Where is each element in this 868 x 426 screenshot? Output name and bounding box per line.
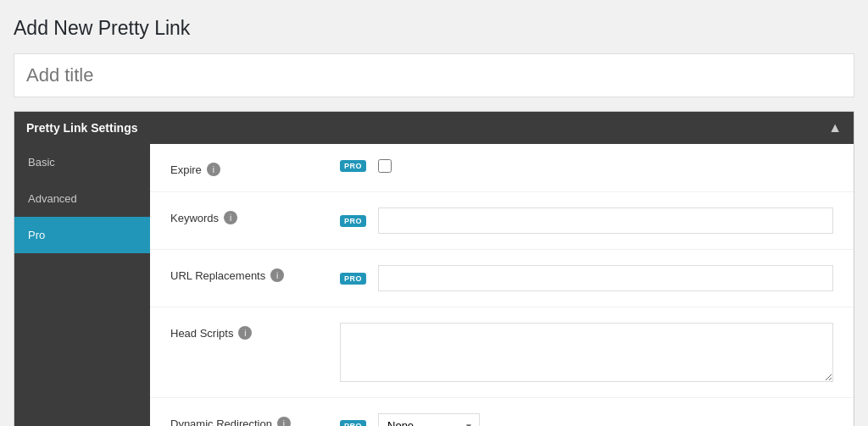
sidebar-item-advanced[interactable]: Advanced (14, 180, 150, 217)
title-input-wrapper (14, 53, 854, 97)
head-scripts-row: Head Scripts i (150, 307, 854, 398)
expire-pro-badge: PRO (340, 160, 366, 172)
head-scripts-control (340, 323, 833, 382)
expire-label-text: Expire (170, 163, 202, 176)
expire-checkbox[interactable] (378, 159, 392, 173)
dynamic-redirection-info-icon[interactable]: i (277, 417, 291, 426)
keywords-label-text: Keywords (170, 212, 219, 224)
page-title: Add New Pretty Link (14, 17, 854, 40)
collapse-icon[interactable]: ▲ (828, 120, 842, 136)
keywords-input[interactable] (378, 207, 833, 234)
sidebar-item-basic[interactable]: Basic (14, 144, 150, 180)
keywords-row: Keywords i PRO (150, 192, 854, 250)
dynamic-redirection-select[interactable]: None (378, 413, 480, 426)
dynamic-redirection-row: Dynamic Redirection i PRO None ▼ (150, 398, 854, 426)
expire-control: PRO (340, 159, 833, 173)
sidebar-item-pro[interactable]: Pro (14, 217, 150, 253)
head-scripts-label: Head Scripts i (170, 323, 340, 340)
head-scripts-info-icon[interactable]: i (238, 326, 252, 340)
head-scripts-textarea[interactable] (340, 323, 833, 382)
expire-label: Expire i (170, 159, 340, 176)
dynamic-redirection-control: PRO None ▼ (340, 413, 833, 426)
settings-body: Basic Advanced Pro Expire i PRO (14, 144, 854, 426)
keywords-control: PRO (340, 207, 833, 234)
url-replacements-row: URL Replacements i PRO (150, 250, 854, 307)
settings-header-label: Pretty Link Settings (26, 121, 137, 135)
url-replacements-input[interactable] (378, 265, 833, 291)
url-replacements-info-icon[interactable]: i (270, 268, 284, 282)
settings-panel: Pretty Link Settings ▲ Basic Advanced Pr… (14, 111, 854, 426)
head-scripts-label-text: Head Scripts (170, 327, 233, 340)
expire-row: Expire i PRO (150, 144, 854, 192)
sidebar: Basic Advanced Pro (14, 144, 150, 426)
dynamic-redirection-pro-badge: PRO (340, 420, 366, 427)
dynamic-redirection-select-wrapper: None ▼ (378, 413, 480, 426)
expire-info-icon[interactable]: i (207, 163, 220, 176)
content-area: Expire i PRO Keywords i PRO (150, 144, 854, 426)
dynamic-redirection-label: Dynamic Redirection i (170, 413, 340, 426)
keywords-info-icon[interactable]: i (224, 211, 237, 224)
keywords-label: Keywords i (170, 207, 340, 224)
dynamic-redirection-label-text: Dynamic Redirection (170, 418, 272, 427)
url-replacements-control: PRO (340, 265, 833, 291)
url-replacements-pro-badge: PRO (340, 273, 366, 285)
keywords-pro-badge: PRO (340, 215, 366, 227)
url-replacements-label-text: URL Replacements (170, 269, 265, 282)
settings-header: Pretty Link Settings ▲ (14, 112, 854, 144)
url-replacements-label: URL Replacements i (170, 265, 340, 282)
title-input[interactable] (14, 54, 854, 97)
